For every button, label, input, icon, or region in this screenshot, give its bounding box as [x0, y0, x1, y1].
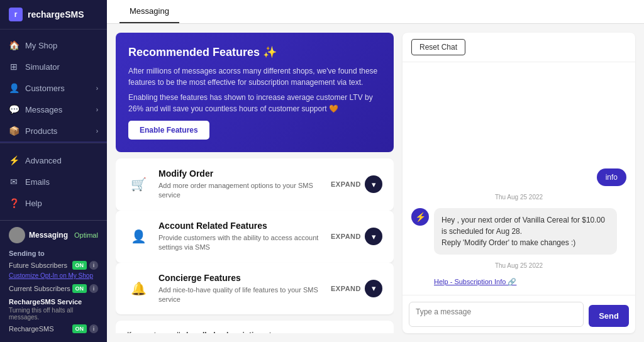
- current-toggle-info[interactable]: i: [89, 284, 98, 293]
- concierge-expand-group[interactable]: EXPAND ▾: [331, 280, 382, 297]
- sidebar-item-customers[interactable]: 👤 Customers ›: [0, 77, 107, 99]
- concierge-desc: Add nice-to-have quality of life feature…: [158, 285, 322, 305]
- account-related-expand-label: EXPAND: [331, 233, 361, 240]
- batch-bold1: bundled subscriptions: [186, 331, 267, 333]
- concierge-expand-btn[interactable]: ▾: [365, 280, 382, 297]
- concierge-text: Concierge Features Add nice-to-have qual…: [158, 273, 322, 305]
- modify-order-expand-btn[interactable]: ▾: [365, 175, 382, 193]
- sidebar-label-simulator: Simulator: [25, 62, 60, 72]
- status-panel: Messaging Optimal Sending to Future Subs…: [0, 220, 107, 342]
- chevron-products: ›: [96, 128, 98, 135]
- sidebar-label-my-shop: My Shop: [25, 41, 57, 50]
- optimal-badge: Optimal: [74, 231, 98, 239]
- account-related-desc: Provide customers with the ability to ac…: [158, 233, 322, 253]
- send-button[interactable]: Send: [589, 305, 629, 327]
- account-related-expand-btn[interactable]: ▾: [365, 228, 382, 245]
- logo-icon: r: [9, 8, 23, 21]
- messaging-tab[interactable]: Messaging: [119, 0, 179, 23]
- sidebar-item-help[interactable]: ❓ Help: [0, 192, 107, 214]
- concierge-title: Concierge Features: [158, 273, 322, 283]
- chevron-customers: ›: [96, 85, 98, 92]
- chat-message-line1: Hey , your next order of Vanilla Cereal …: [441, 216, 605, 236]
- sidebar-label-help: Help: [25, 199, 42, 208]
- recharge-service-title: RechargeSMS Service: [9, 298, 98, 306]
- modify-order-desc: Add more order management options to you…: [158, 181, 322, 201]
- future-toggle-btn[interactable]: ON: [72, 261, 87, 270]
- future-toggle-info[interactable]: i: [89, 261, 98, 270]
- chat-body: info Thu Aug 25 2022 ⚡ Hey , your next o…: [402, 62, 635, 295]
- account-related-text: Account Related Features Provide custome…: [158, 221, 322, 253]
- recharge-service-desc: Turning this off halts all messages.: [9, 307, 98, 321]
- modify-order-text: Modify Order Add more order management o…: [158, 168, 322, 201]
- sidebar-label-products: Products: [25, 126, 57, 136]
- left-panel: Recommended Features ✨ After millions of…: [116, 33, 394, 333]
- my-shop-icon: 🏠: [9, 40, 19, 50]
- account-related-icon: 👤: [127, 225, 150, 248]
- chat-bot-avatar: ⚡: [411, 208, 429, 226]
- messages-icon: 💬: [9, 104, 19, 114]
- current-toggle[interactable]: ON i: [72, 284, 99, 293]
- recharge-toggle-info[interactable]: i: [89, 324, 98, 333]
- chat-panel: Reset Chat info Thu Aug 25 2022 ⚡ Hey , …: [402, 33, 635, 333]
- sidebar-nav: 🏠 My Shop ⊞ Simulator 👤 Customers ›💬 Mes…: [0, 30, 107, 143]
- sidebar: r rechargeSMS 🏠 My Shop ⊞ Simulator 👤 Cu…: [0, 0, 107, 342]
- help-icon: ❓: [9, 198, 19, 208]
- sidebar-bottom-nav: ⚡ Advanced✉ Emails❓ Help: [0, 143, 107, 220]
- current-subscribers-label: Current Subscribers: [9, 285, 70, 292]
- batch-text-before: If your store sells: [127, 331, 186, 333]
- chat-message-1: ⚡ Hey , your next order of Vanilla Cerea…: [411, 208, 626, 255]
- account-related-expand-group[interactable]: EXPAND ▾: [331, 228, 382, 245]
- content-area: Recommended Features ✨ After millions of…: [107, 24, 644, 342]
- modify-order-expand-group[interactable]: EXPAND ▾: [331, 175, 382, 193]
- messaging-label: Messaging: [29, 231, 68, 240]
- feature-card-modify-order: 🛒 Modify Order Add more order management…: [116, 158, 394, 211]
- app-name: rechargeSMS: [28, 9, 84, 19]
- enable-features-button[interactable]: Enable Features: [128, 121, 209, 140]
- sidebar-label-messages: Messages: [25, 105, 62, 114]
- feature-card-concierge: 🔔 Concierge Features Add nice-to-have qu…: [116, 263, 394, 315]
- chat-bubble-1: Hey , your next order of Vanilla Cereal …: [434, 208, 617, 255]
- advanced-icon: ⚡: [9, 155, 19, 165]
- sidebar-label-emails: Emails: [25, 177, 50, 187]
- sidebar-item-messages[interactable]: 💬 Messages ›: [0, 99, 107, 120]
- recharge-toggle-btn[interactable]: ON: [72, 324, 87, 333]
- recharge-toggle[interactable]: ON i: [72, 324, 99, 333]
- sidebar-logo: r rechargeSMS: [0, 0, 107, 30]
- sidebar-item-products[interactable]: 📦 Products ›: [0, 120, 107, 141]
- chat-message-input[interactable]: [409, 302, 584, 327]
- reset-chat-button[interactable]: Reset Chat: [411, 39, 465, 55]
- future-toggle[interactable]: ON i: [72, 261, 99, 270]
- sidebar-item-my-shop[interactable]: 🏠 My Shop: [0, 35, 107, 56]
- sending-to-label: Sending to: [9, 250, 98, 257]
- sidebar-item-advanced[interactable]: ⚡ Advanced: [0, 150, 107, 171]
- hero-body-p1: After millions of messages acorss many d…: [128, 65, 381, 88]
- chat-timestamp-1: Thu Aug 25 2022: [411, 194, 626, 201]
- future-subscribers-label: Future Subscribers: [9, 262, 67, 269]
- sidebar-item-emails[interactable]: ✉ Emails: [0, 171, 107, 192]
- sidebar-item-settings[interactable]: ⚙ Settings ›: [0, 141, 107, 143]
- chat-info-bubble: info: [597, 168, 626, 186]
- simulator-icon: ⊞: [9, 62, 19, 72]
- customers-icon: 👤: [9, 83, 19, 93]
- sidebar-item-simulator[interactable]: ⊞ Simulator: [0, 56, 107, 77]
- hero-body: After millions of messages acorss many d…: [128, 65, 381, 114]
- hero-title: Recommended Features ✨: [128, 45, 381, 59]
- batch-card: If your store sells bundled subscription…: [116, 321, 394, 333]
- feature-card-account-related: 👤 Account Related Features Provide custo…: [116, 211, 394, 263]
- chat-message-line2: Reply 'Modify Order' to make changes :): [441, 238, 575, 247]
- concierge-expand-label: EXPAND: [331, 285, 361, 292]
- hero-body-p2: Enabling these features has shown to inc…: [128, 92, 381, 114]
- account-related-title: Account Related Features: [158, 221, 322, 231]
- modify-order-title: Modify Order: [158, 168, 322, 179]
- current-toggle-btn[interactable]: ON: [72, 284, 87, 293]
- recharge-sms-label: RechargeSMS: [9, 325, 54, 333]
- sidebar-label-advanced: Advanced: [25, 156, 62, 165]
- modify-order-expand-label: EXPAND: [331, 180, 361, 188]
- feature-cards-container: 🛒 Modify Order Add more order management…: [116, 158, 394, 314]
- chat-header: Reset Chat: [402, 33, 635, 62]
- user-avatar: [9, 227, 25, 243]
- chevron-messages: ›: [96, 106, 98, 113]
- help-subscription-link[interactable]: Help - Subscription Info 🔗: [434, 278, 516, 285]
- customize-opt-in-link[interactable]: Customize Opt-In on My Shop: [9, 272, 98, 279]
- modify-order-icon: 🛒: [127, 173, 150, 196]
